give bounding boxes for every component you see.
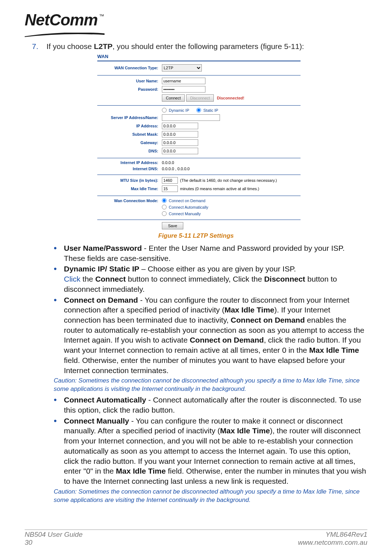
label-ip: IP Address:: [97, 124, 162, 128]
password-field[interactable]: [162, 86, 205, 93]
label-conn-type: WAN Connection Type:: [97, 66, 162, 70]
bullet-connect-automatically: Connect Automatically - Connect automati…: [54, 395, 367, 415]
internet-ip-value: 0.0.0.0: [162, 160, 174, 165]
username-field[interactable]: [162, 78, 205, 84]
caution-note-2: Caution: Sometimes the connection cannot…: [54, 488, 367, 504]
max-idle-hint: minutes (0 means remain active at all ti…: [180, 187, 259, 191]
divider: [97, 75, 301, 75]
mode-demand-label: Connect on Demand: [169, 199, 205, 203]
divider: [97, 220, 301, 220]
bullet-username-password: User Name/Password - Enter the User Name…: [54, 243, 367, 263]
label-subnet: Subnet Mask:: [97, 132, 162, 136]
server-ip-field[interactable]: [162, 114, 220, 121]
label-server-ip: Server IP Address/Name:: [97, 115, 162, 120]
divider: [97, 196, 301, 196]
wan-connection-type-select[interactable]: L2TP: [162, 64, 202, 71]
static-ip-radio[interactable]: [196, 108, 201, 113]
dns-field[interactable]: [162, 148, 198, 154]
mode-demand-radio[interactable]: [162, 198, 167, 203]
mode-auto-label: Connect Automatically: [169, 205, 208, 209]
label-mtu: MTU Size (in bytes):: [97, 178, 162, 183]
description-list: User Name/Password - Enter the User Name…: [54, 243, 367, 375]
divider: [97, 175, 301, 175]
connect-button[interactable]: Connect: [162, 94, 185, 102]
static-ip-label: Static IP: [203, 108, 218, 113]
label-inet-dns: Internet DNS:: [97, 167, 162, 171]
divider: [97, 105, 301, 106]
logo: NetComm ™: [25, 11, 367, 38]
step-text: If you choose L2TP, you should enter the…: [46, 42, 304, 51]
caution-note-1: Caution: Sometimes the connection cannot…: [54, 377, 367, 393]
wan-settings-panel: WAN WAN Connection Type: L2TP User Name:…: [97, 54, 301, 229]
divider: [97, 158, 301, 158]
footer-revision: YML864Rev1: [298, 531, 367, 539]
mtu-field[interactable]: [162, 177, 178, 184]
subnet-field[interactable]: [162, 131, 198, 138]
connection-status: Disconnected!: [217, 96, 244, 100]
bullet-connect-on-demand: Connect on Demand - You can configure th…: [54, 295, 367, 376]
label-mode: Wan Connection Mode:: [97, 199, 162, 203]
footer-page-number: 30: [25, 539, 82, 547]
trademark-icon: ™: [99, 13, 104, 19]
label-password: Password:: [97, 87, 162, 91]
bullet-dynamic-static: Dynamic IP/ Static IP – Choose either as…: [54, 264, 367, 294]
footer-url: www.netcomm.com.au: [298, 539, 367, 547]
page-footer: NB504 User Guide 30 YML864Rev1 www.netco…: [25, 530, 367, 547]
step-number: 7.: [32, 42, 40, 51]
dynamic-ip-radio[interactable]: [162, 108, 167, 113]
max-idle-field[interactable]: [162, 185, 178, 192]
internet-dns-value: 0.0.0.0 , 0.0.0.0: [162, 167, 189, 171]
logo-brand: NetComm: [25, 11, 98, 29]
ip-field[interactable]: [162, 123, 198, 129]
save-button[interactable]: Save: [162, 222, 183, 229]
footer-guide-name: NB504 User Guide: [25, 531, 82, 539]
figure-caption: Figure 5-11 L2TP Settings: [25, 232, 367, 240]
disconnect-button[interactable]: Disconnect: [186, 94, 214, 102]
gateway-field[interactable]: [162, 139, 198, 146]
click-link[interactable]: Click: [64, 275, 81, 283]
label-inet-ip: Internet IP Address:: [97, 160, 162, 165]
swoosh-icon: [25, 33, 105, 37]
description-list-2: Connect Automatically - Connect automati…: [54, 395, 367, 486]
label-username: User Name:: [97, 79, 162, 83]
mtu-hint: (The default is 1460, do not change unle…: [180, 178, 277, 183]
bullet-connect-manually: Connect Manually - You can configure the…: [54, 416, 367, 486]
step-7: 7. If you choose L2TP, you should enter …: [32, 42, 367, 51]
label-gateway: Gateway:: [97, 140, 162, 145]
label-max-idle: Max Idle Time:: [97, 187, 162, 191]
mode-auto-radio[interactable]: [162, 205, 167, 209]
divider: [97, 61, 301, 61]
wan-title: WAN: [97, 54, 301, 59]
dynamic-ip-label: Dynamic IP: [169, 108, 189, 113]
mode-manual-radio[interactable]: [162, 211, 167, 216]
label-dns: DNS:: [97, 149, 162, 153]
mode-manual-label: Connect Manually: [169, 212, 201, 216]
